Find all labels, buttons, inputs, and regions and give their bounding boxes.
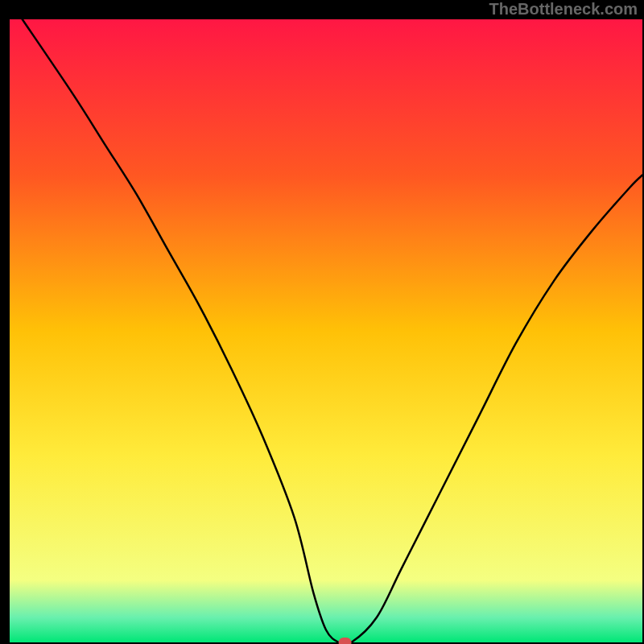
optimal-marker [339,638,352,644]
watermark-text: TheBottleneck.com [489,0,638,19]
chart-container: TheBottleneck.com [0,0,644,644]
bottleneck-chart [0,0,644,644]
plot-background [10,19,642,642]
